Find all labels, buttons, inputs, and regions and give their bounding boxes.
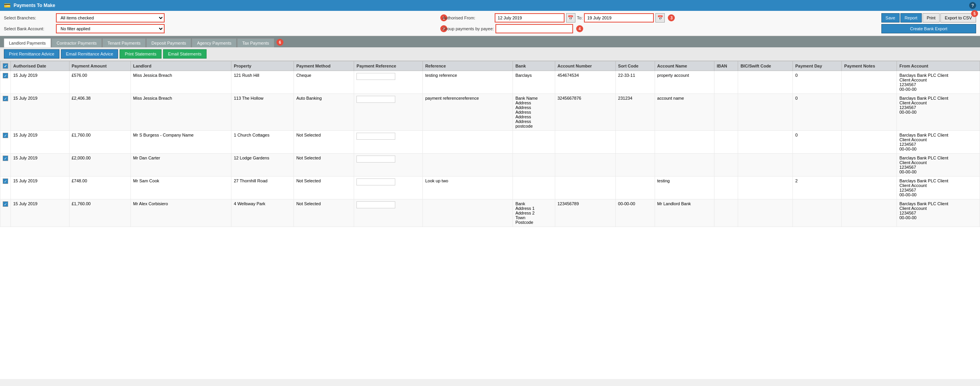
to-date-input[interactable] <box>584 13 654 23</box>
cell-reference <box>423 154 513 177</box>
cell-payment-amount: £2,406.38 <box>69 94 130 131</box>
cell-reference <box>423 199 513 227</box>
cell-payment-day: 2 <box>793 177 842 199</box>
row-checkbox[interactable]: ✓ <box>3 96 8 101</box>
auth-from-calendar-button[interactable]: 📅 <box>566 13 575 23</box>
cell-payment-method: Auto Banking <box>294 94 354 131</box>
cell-payment-notes <box>842 154 897 177</box>
cell-auth-date: 15 July 2019 <box>11 94 70 131</box>
print-statements-button[interactable]: Print Statements <box>120 49 161 59</box>
print-button[interactable]: Print <box>923 13 940 23</box>
col-payment-notes: Payment Notes <box>842 61 897 71</box>
payment-ref-input[interactable] <box>356 201 395 208</box>
cell-account-name: account name <box>655 94 714 131</box>
cell-bank <box>513 131 555 154</box>
tab-tenant-payments[interactable]: Tenant Payments <box>103 38 146 47</box>
bank-filter-row: Select Bank Account: No filter applied 2 <box>4 24 439 33</box>
row-checkbox-cell: ✓ <box>0 71 11 94</box>
col-sort-code: Sort Code <box>615 61 655 71</box>
tab-landlord-payments[interactable]: Landlord Payments <box>4 38 51 47</box>
cell-auth-date: 15 July 2019 <box>11 199 70 227</box>
cell-bic-swift <box>738 94 793 131</box>
help-button[interactable]: ? <box>969 2 976 9</box>
table-row: ✓15 July 2019£576.00Miss Jessica Breach1… <box>0 71 980 94</box>
payment-ref-input[interactable] <box>356 156 395 163</box>
branch-filter-row: Select Branches: All items checked 1 <box>4 13 439 23</box>
payment-ref-input[interactable] <box>356 133 395 140</box>
table-row: ✓15 July 2019£2,406.38Miss Jessica Breac… <box>0 94 980 131</box>
tab-deposit-payments[interactable]: Deposit Payments <box>146 38 191 47</box>
cell-from-account: Barclays Bank PLC Client Client Account … <box>897 94 980 131</box>
to-calendar-button[interactable]: 📅 <box>655 13 665 23</box>
cell-iban <box>714 199 738 227</box>
tab-agency-payments[interactable]: Agency Payments <box>192 38 236 47</box>
print-remittance-button[interactable]: Print Remittance Advice <box>4 49 59 59</box>
cell-bic-swift <box>738 199 793 227</box>
cell-landlord: Miss Jessica Breach <box>130 94 231 131</box>
cell-payment-notes <box>842 131 897 154</box>
row-checkbox-cell: ✓ <box>0 154 11 177</box>
report-button[interactable]: Report <box>900 13 922 23</box>
cell-payment-day: 0 <box>793 131 842 154</box>
cell-reference: payment referencereference <box>423 94 513 131</box>
select-all-checkbox[interactable]: ✓ <box>3 63 8 69</box>
payment-ref-input[interactable] <box>356 73 395 80</box>
cell-bank <box>513 154 555 177</box>
row-checkbox[interactable]: ✓ <box>3 133 8 138</box>
cell-property: 27 Thornhill Road <box>231 177 294 199</box>
payment-ref-input[interactable] <box>356 178 395 185</box>
col-payment-day: Payment Day <box>793 61 842 71</box>
row-checkbox[interactable]: ✓ <box>3 178 8 184</box>
cell-payment-amount: £2,000.00 <box>69 154 130 177</box>
cell-landlord: Mr Alex Corbisiero <box>130 199 231 227</box>
action-controls: 5 Save Report Print Export to CSV Create… <box>881 13 976 33</box>
save-button[interactable]: Save <box>881 13 900 23</box>
cell-payment-reference <box>354 177 423 199</box>
cell-sort-code: 22-33-11 <box>615 71 655 94</box>
cell-sort-code: 231234 <box>615 94 655 131</box>
payment-ref-input[interactable] <box>356 96 395 103</box>
cell-payment-amount: £576.00 <box>69 71 130 94</box>
col-payment-method: Payment Method <box>294 61 354 71</box>
auth-from-input[interactable] <box>495 13 565 23</box>
cell-bank: Barclays <box>513 71 555 94</box>
cell-sort-code: 00-00-00 <box>615 199 655 227</box>
payments-table: ✓ Authorised Date Payment Amount Landlor… <box>0 61 980 227</box>
col-account-number: Account Number <box>555 61 615 71</box>
row-checkbox[interactable]: ✓ <box>3 156 8 161</box>
email-statements-button[interactable]: Email Statements <box>163 49 207 59</box>
cell-property: 12 Lodge Gardens <box>231 154 294 177</box>
export-csv-button[interactable]: Export to CSV <box>940 13 976 23</box>
row-checkbox[interactable]: ✓ <box>3 73 8 78</box>
cell-landlord: Miss Jessica Breach <box>130 71 231 94</box>
cell-property: 1 Church Cottages <box>231 131 294 154</box>
group-payments-label: Group payments by payee: <box>443 26 494 31</box>
cell-sort-code <box>615 154 655 177</box>
badge-5: 5 <box>971 10 978 17</box>
cell-sort-code <box>615 177 655 199</box>
cell-iban <box>714 94 738 131</box>
cell-from-account: Barclays Bank PLC Client Client Account … <box>897 199 980 227</box>
date-range-row: Authorised From: 📅 To: 📅 3 <box>443 13 877 23</box>
tab-contractor-payments[interactable]: Contractor Payments <box>52 38 102 47</box>
cell-sort-code <box>615 131 655 154</box>
tab-tax-payments[interactable]: Tax Payments <box>237 38 274 47</box>
cell-account-name: testing <box>655 177 714 199</box>
col-bic-swift: BIC/Swift Code <box>738 61 793 71</box>
email-remittance-button[interactable]: Email Remittance Advice <box>61 49 118 59</box>
cell-bank <box>513 177 555 199</box>
group-payments-input[interactable] <box>495 24 573 33</box>
cell-payment-reference <box>354 199 423 227</box>
row-checkbox[interactable]: ✓ <box>3 201 8 207</box>
cell-landlord: Mr Sam Cook <box>130 177 231 199</box>
cell-account-name: property account <box>655 71 714 94</box>
table-row: ✓15 July 2019£748.00Mr Sam Cook27 Thornh… <box>0 177 980 199</box>
cell-landlord: Mr S Burgess - Company Name <box>130 131 231 154</box>
cell-payment-amount: £748.00 <box>69 177 130 199</box>
cell-payment-amount: £1,760.00 <box>69 131 130 154</box>
create-bank-export-button[interactable]: Create Bank Export <box>881 24 976 33</box>
cell-auth-date: 15 July 2019 <box>11 154 70 177</box>
branch-select[interactable]: All items checked <box>56 13 165 23</box>
bank-select[interactable]: No filter applied <box>56 24 165 33</box>
cell-property: 113 The Hollow <box>231 94 294 131</box>
